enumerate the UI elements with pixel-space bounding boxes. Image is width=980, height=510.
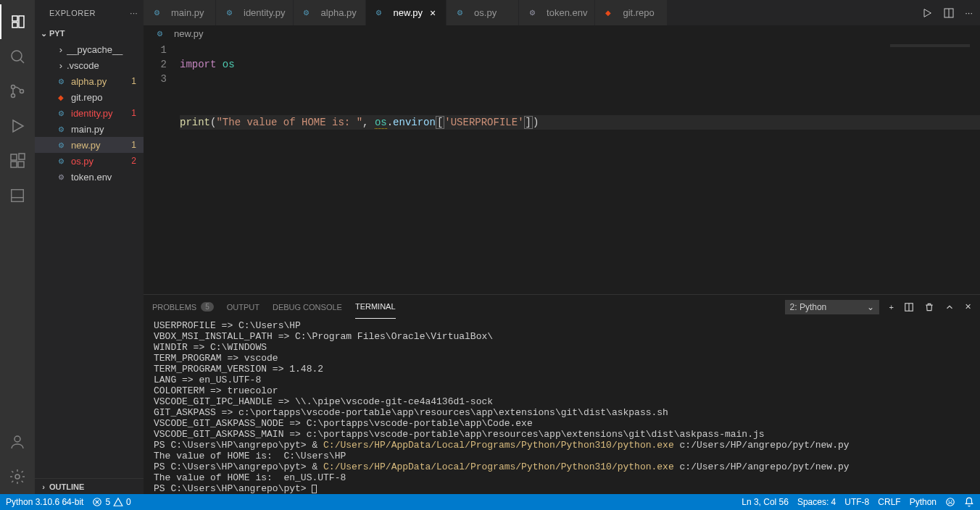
editor-tab[interactable]: ⚙main.py: [144, 0, 216, 25]
terminal-selector-value: 2: Python: [790, 302, 827, 312]
punct: .: [387, 117, 393, 128]
svg-point-2: [12, 94, 15, 98]
notifications-icon[interactable]: [964, 497, 974, 507]
tab-label: new.py: [394, 7, 423, 18]
breadcrumb[interactable]: ⚙ new.py: [144, 25, 980, 41]
run-icon[interactable]: [921, 7, 933, 19]
file-name: .vscode: [67, 60, 144, 71]
terminal-output[interactable]: USERPROFILE => C:\Users\HPVBOX_MSI_INSTA…: [144, 319, 980, 494]
editor-tab[interactable]: ⚙os.py: [447, 0, 519, 25]
editor-tab[interactable]: ⚙identity.py: [216, 0, 294, 25]
tab-label: main.py: [171, 7, 204, 18]
terminal-line: USERPROFILE => C:\Users\HP: [154, 320, 970, 331]
close-tab-icon[interactable]: ×: [427, 7, 439, 19]
terminal-line: VSCODE_GIT_ASKPASS_NODE => C:\portapps\v…: [154, 418, 970, 429]
editor-tab[interactable]: ⚙token.env: [519, 0, 595, 25]
terminal-line: The value of HOME is: en_US.UTF-8: [154, 472, 970, 483]
svg-rect-5: [11, 162, 17, 167]
search-icon[interactable]: [0, 39, 35, 74]
svg-point-19: [951, 501, 952, 501]
tab-problems[interactable]: PROBLEMS 5: [152, 295, 214, 319]
problems-count: 5: [201, 302, 214, 312]
file-item[interactable]: ⚙os.py2: [35, 153, 144, 169]
maximize-panel-icon[interactable]: [944, 302, 955, 312]
python-file-icon: ⚙: [55, 107, 67, 119]
project-header[interactable]: ⌄ PYT: [35, 25, 144, 41]
terminal-line: VSCODE_GIT_ASKPASS_MAIN => c:\portapps\v…: [154, 429, 970, 440]
file-item[interactable]: ⚙new.py1: [35, 137, 144, 153]
python-file-icon: ⚙: [373, 7, 385, 19]
more-actions-icon[interactable]: ···: [965, 7, 973, 18]
file-name: alpha.py: [71, 76, 131, 87]
terminal-line: GIT_ASKPASS => c:\portapps\vscode-portab…: [154, 407, 970, 418]
code-editor[interactable]: 1 2 3 import os print("The value of HOME…: [144, 41, 980, 294]
account-icon[interactable]: [0, 425, 35, 459]
python-file-icon: ⚙: [55, 155, 67, 167]
file-name: os.py: [71, 156, 131, 167]
file-item[interactable]: ⚙identity.py1: [35, 105, 144, 121]
file-item[interactable]: ⚙token.env: [35, 169, 144, 185]
editor-tab[interactable]: ◆git.repo: [595, 0, 668, 25]
sidebar-title: EXPLORER ···: [35, 0, 144, 25]
status-problems[interactable]: 5 0: [92, 497, 130, 507]
status-bar: Python 3.10.6 64-bit 5 0 Ln 3, Col 56 Sp…: [0, 494, 980, 510]
code-content[interactable]: import os print("The value of HOME is: "…: [180, 41, 980, 294]
kill-terminal-icon[interactable]: [924, 302, 934, 312]
tab-label: alpha.py: [321, 7, 357, 18]
module: os: [375, 117, 387, 129]
file-item[interactable]: ⚙main.py: [35, 121, 144, 137]
file-name: __pycache__: [67, 44, 144, 55]
status-error-count: 5: [105, 497, 110, 507]
status-indent[interactable]: Spaces: 4: [797, 497, 836, 507]
file-item[interactable]: ◆git.repo: [35, 89, 144, 105]
minimap[interactable]: [890, 44, 970, 47]
chevron-down-icon: ⌄: [867, 302, 874, 312]
tab-output[interactable]: OUTPUT: [227, 295, 259, 319]
git-file-icon: ◆: [602, 7, 614, 19]
terminal-selector[interactable]: 2: Python ⌄: [785, 300, 879, 314]
git-file-icon: ◆: [55, 91, 67, 103]
split-terminal-icon[interactable]: [904, 302, 914, 312]
more-icon[interactable]: ···: [130, 9, 138, 17]
terminal-line: PS C:\Users\HP\angrepo\pyt> & C:/Users/H…: [154, 440, 970, 451]
python-file-icon: ⚙: [55, 75, 67, 87]
project-name: PYT: [49, 29, 65, 38]
explorer-icon[interactable]: [0, 4, 35, 39]
file-item[interactable]: ⚙alpha.py1: [35, 73, 144, 89]
svg-point-11: [15, 475, 20, 479]
punct: ,: [362, 117, 375, 128]
tab-debug-console[interactable]: DEBUG CONSOLE: [273, 295, 342, 319]
bracket: [: [436, 116, 444, 129]
terminal-line: LANG => en_US.UTF-8: [154, 375, 970, 385]
terminal-line: COLORTERM => truecolor: [154, 385, 970, 396]
file-name: main.py: [71, 124, 144, 135]
outline-header[interactable]: › OUTLINE: [35, 478, 144, 494]
terminal-line: The value of HOME is: C:\Users\HP: [154, 451, 970, 461]
status-cursor[interactable]: Ln 3, Col 56: [742, 497, 789, 507]
settings-gear-icon[interactable]: [0, 459, 35, 494]
editor-tab[interactable]: ⚙alpha.py: [294, 0, 366, 25]
source-control-icon[interactable]: [0, 74, 35, 109]
new-terminal-icon[interactable]: +: [889, 303, 894, 312]
extensions-icon[interactable]: [0, 143, 35, 178]
panel-icon[interactable]: [0, 178, 35, 213]
terminal-line: TERM_PROGRAM => vscode: [154, 353, 970, 364]
file-name: identity.py: [71, 108, 131, 119]
run-debug-icon[interactable]: [0, 109, 35, 143]
python-file-icon: ⚙: [301, 7, 312, 19]
status-eol[interactable]: CRLF: [878, 497, 900, 507]
diagnostics-badge: 2: [131, 156, 144, 166]
tab-terminal[interactable]: TERMINAL: [355, 295, 396, 319]
split-editor-icon[interactable]: [943, 7, 955, 19]
folder-item[interactable]: ›__pycache__: [35, 41, 144, 57]
close-panel-icon[interactable]: ✕: [965, 302, 971, 312]
status-language[interactable]: Python: [910, 497, 937, 507]
punct: ): [533, 117, 539, 128]
status-encoding[interactable]: UTF-8: [844, 497, 869, 507]
editor-tab[interactable]: ⚙new.py×: [366, 0, 447, 25]
status-python[interactable]: Python 3.10.6 64-bit: [6, 497, 83, 507]
line-gutter: 1 2 3: [144, 41, 180, 294]
tab-label: token.env: [547, 7, 587, 18]
feedback-icon[interactable]: [945, 497, 955, 507]
folder-item[interactable]: ›.vscode: [35, 57, 144, 73]
